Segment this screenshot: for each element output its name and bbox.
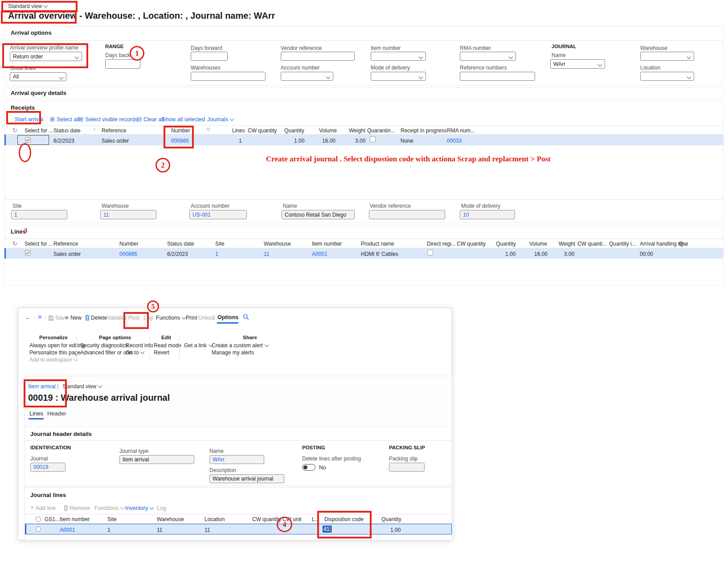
col-header-volume[interactable]: Volume (319, 127, 337, 134)
get-a-link-menu[interactable]: Get a link (184, 342, 212, 349)
lines-cell-number-link[interactable]: 000865 (119, 251, 137, 257)
show-all-selected-button[interactable]: Show all selected (162, 116, 205, 123)
vendor-reference-input[interactable] (281, 52, 355, 61)
lines-col-weight[interactable]: Weight (559, 241, 575, 247)
arrival-options-title[interactable]: Arrival options (11, 29, 52, 36)
jl-cell-item-link[interactable]: A0001 (60, 527, 75, 533)
lines-col-warehouse[interactable]: Warehouse (264, 241, 291, 247)
journal-field-input[interactable]: 00019 (30, 463, 65, 472)
footer-name-input[interactable]: Contoso Retail San Diego (282, 210, 355, 219)
packing-slip-input[interactable] (389, 463, 425, 472)
security-diagnostics[interactable]: Security diagnostics (80, 342, 128, 349)
options-tab[interactable]: Options (217, 314, 238, 320)
lines-cell-warehouse-link[interactable]: 11 (264, 251, 269, 257)
hamburger-icon[interactable]: ≡ (38, 313, 41, 320)
lines-row-checkbox[interactable] (25, 250, 31, 256)
rma-number-select[interactable] (460, 52, 516, 61)
col-header-reference[interactable]: Reference (102, 127, 126, 134)
direct-registration-checkbox[interactable] (427, 250, 433, 255)
read-mode[interactable]: Read mode (154, 342, 181, 349)
lines-col-product-name[interactable]: Product name (361, 241, 394, 247)
journals-menu[interactable]: Journals (207, 116, 233, 123)
col-header-weight[interactable]: Weight (349, 127, 365, 134)
tab-lines[interactable]: Lines (29, 410, 43, 417)
lines-cell-item-link[interactable]: A0001 (312, 251, 327, 257)
advanced-filter-or-sort[interactable]: Advanced filter or sort (80, 349, 132, 356)
tab-header[interactable]: Header (47, 410, 66, 417)
jl-col-warehouse[interactable]: Warehouse (157, 516, 184, 522)
personalize-this-page[interactable]: Personalize this page (29, 349, 81, 356)
add-to-workspace[interactable]: Add to workspace (29, 357, 77, 363)
functions-menu[interactable]: Functions (156, 315, 185, 321)
col-header-lines[interactable]: Lines (232, 127, 245, 134)
journal-type-input[interactable]: Item arrival (119, 455, 194, 464)
footer-account-input[interactable]: US-001 (189, 210, 247, 219)
lines-col-reference[interactable]: Reference (53, 241, 78, 247)
col-header-receipt-in-progress[interactable]: Receipt in progress (401, 127, 446, 134)
go-to-menu[interactable]: Go to (126, 349, 144, 356)
item-number-select[interactable] (371, 52, 426, 61)
jl-functions-menu[interactable]: Functions (94, 505, 124, 511)
description-input[interactable]: Warehouse arrival journal (209, 474, 284, 483)
print-button[interactable]: Print (186, 315, 197, 321)
col-header-rma-number[interactable]: RMA num... (447, 127, 475, 134)
new-button[interactable]: New (70, 315, 82, 321)
clear-all-button[interactable]: Clear all (143, 116, 164, 123)
jl-col-quantity[interactable]: Quantity (381, 516, 401, 522)
lines-col-volume[interactable]: Volume (529, 241, 547, 247)
back-icon[interactable]: ← (25, 313, 32, 321)
footer-site-input[interactable]: 1 (11, 210, 67, 219)
revert[interactable]: Revert (154, 349, 169, 356)
delete-button[interactable]: Delete (91, 315, 107, 321)
warehouse-select[interactable] (640, 52, 694, 61)
quarantine-checkbox[interactable] (370, 136, 376, 142)
reference-numbers-input[interactable] (460, 72, 535, 81)
journal-header-details-title[interactable]: Journal header details (30, 431, 92, 437)
days-forward-input[interactable] (191, 52, 228, 61)
col-header-quantity[interactable]: Quantity (284, 127, 304, 134)
jl-header-radio[interactable] (36, 517, 41, 522)
lines-col-select-for[interactable]: Select for ... (25, 241, 53, 247)
lines-col-cw-quantity-in[interactable]: CW quanti... (577, 241, 607, 247)
lines-col-direct-registration[interactable]: Direct regi... (427, 241, 456, 247)
jl-col-location[interactable]: Location (204, 516, 225, 522)
col-header-select-for[interactable]: Select for ... (25, 127, 53, 134)
add-line-button[interactable]: Add line (36, 505, 56, 511)
select-visible-records-button[interactable]: Select visible records (85, 116, 138, 123)
filter-icon[interactable]: ▽ (207, 127, 210, 132)
arrival-query-details-title[interactable]: Arrival query details (11, 90, 66, 96)
record-info[interactable]: Record info (126, 342, 153, 349)
jl-row-radio[interactable] (36, 526, 41, 532)
col-header-quarantine[interactable]: Quarantin... (367, 127, 395, 134)
jl-col-site[interactable]: Site (107, 516, 117, 522)
delete-lines-toggle[interactable] (302, 464, 315, 471)
lines-col-q[interactable]: Q... (679, 241, 687, 247)
remove-button[interactable]: Remove (70, 505, 90, 511)
warehouses-input[interactable] (191, 72, 266, 81)
lines-cell-site-link[interactable]: 1 (215, 251, 218, 257)
journal-name-select[interactable]: WArr (550, 59, 605, 69)
show-lines-select[interactable]: All (10, 72, 66, 81)
lines-col-site[interactable]: Site (215, 241, 225, 247)
days-back-input[interactable] (105, 59, 140, 69)
footer-mode-input[interactable]: 10 (460, 210, 515, 219)
unlock-button[interactable]: Unlock (198, 315, 215, 321)
name-field-input[interactable]: WArr (209, 455, 264, 464)
jl-col-item-number[interactable]: Item number (60, 516, 90, 522)
jl-log-button[interactable]: Log (157, 505, 166, 511)
lines-col-quantity-in[interactable]: Quantity i... (609, 241, 636, 247)
jl-col-gs1[interactable]: GS1... (45, 516, 60, 522)
lines-col-cw-quantity[interactable]: CW quantity (457, 241, 486, 247)
mode-of-delivery-select[interactable] (371, 72, 426, 81)
search-icon[interactable] (243, 314, 249, 320)
refresh-icon[interactable]: ↻ (12, 127, 17, 134)
col-header-cw-quantity[interactable]: CW quantity (248, 127, 277, 134)
footer-warehouse-input[interactable]: 11 (100, 210, 156, 219)
journal-view-selector[interactable]: Standard view (62, 383, 102, 390)
col-header-status-date[interactable]: Status date (53, 127, 81, 134)
footer-vendor-input[interactable] (369, 210, 445, 219)
row-select-checkbox[interactable] (25, 137, 31, 143)
account-number-select[interactable] (281, 72, 333, 81)
refresh-icon[interactable]: ↻ (12, 240, 17, 247)
lines-col-item-number[interactable]: Item number (312, 241, 342, 247)
